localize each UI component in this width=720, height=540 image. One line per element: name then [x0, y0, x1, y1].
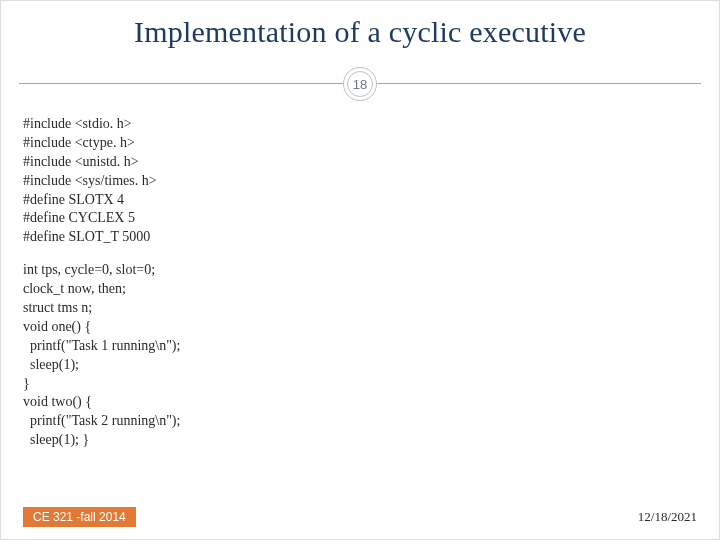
badge-outer-ring: 18: [343, 67, 377, 101]
footer-date: 12/18/2021: [638, 509, 697, 525]
slide-title: Implementation of a cyclic executive: [1, 15, 719, 49]
footer: CE 321 -fall 2014 12/18/2021: [1, 507, 719, 527]
page-number: 18: [347, 71, 373, 97]
page-number-badge: 18: [343, 67, 377, 101]
code-block-functions: int tps, cycle=0, slot=0; clock_t now, t…: [23, 261, 697, 450]
slide-body: #include <stdio. h> #include <ctype. h> …: [1, 101, 719, 450]
divider-region: 18: [1, 67, 719, 101]
footer-course-label: CE 321 -fall 2014: [23, 507, 136, 527]
code-block-includes: #include <stdio. h> #include <ctype. h> …: [23, 115, 697, 247]
slide: Implementation of a cyclic executive 18 …: [0, 0, 720, 540]
title-region: Implementation of a cyclic executive: [1, 1, 719, 49]
